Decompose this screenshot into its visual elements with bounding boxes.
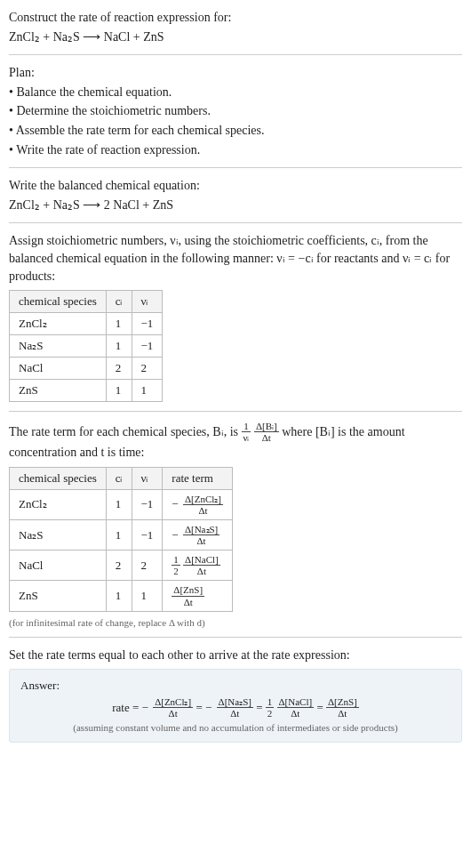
table-row: ZnS 1 1 Δ[ZnS] Δt — [10, 581, 233, 611]
frac-den: Δt — [217, 708, 253, 719]
plan-item: • Determine the stoichiometric numbers. — [9, 102, 462, 120]
term-frac: Δ[ZnS] Δt — [326, 696, 359, 719]
table-row: ZnS 1 1 — [10, 380, 163, 402]
frac-num: Δ[NaCl] — [277, 696, 315, 708]
cell-rate-term: − Δ[ZnCl₂] Δt — [163, 489, 233, 519]
term-scalar: 1 2 — [266, 696, 275, 719]
frac-den: 2 — [266, 708, 275, 719]
frac-den: Δt — [153, 708, 193, 719]
table-row: ZnCl₂ 1 −1 — [10, 313, 163, 335]
eq-sign: = — [316, 701, 326, 714]
cell-species: NaCl — [10, 358, 107, 380]
table-header-row: chemical species cᵢ νᵢ — [10, 291, 163, 313]
frac-den: Δt — [326, 708, 359, 719]
frac-num: Δ[ZnCl₂] — [153, 696, 193, 708]
divider — [9, 54, 462, 55]
prompt-title: Construct the rate of reaction expressio… — [9, 9, 462, 27]
stoich-table: chemical species cᵢ νᵢ ZnCl₂ 1 −1 Na₂S 1… — [9, 290, 163, 402]
rate-prefix: − — [172, 528, 178, 542]
term-prefix: − — [205, 701, 212, 714]
cell-species: NaCl — [10, 551, 107, 581]
cell-ci: 2 — [106, 358, 132, 380]
cell-nui: 2 — [132, 551, 163, 581]
balanced-block: Write the balanced chemical equation: Zn… — [9, 177, 462, 213]
balanced-equation: ZnCl₂ + Na₂S ⟶ 2 NaCl + ZnS — [9, 197, 462, 214]
stoich-intro: Assign stoichiometric numbers, νᵢ, using… — [9, 232, 462, 285]
term-prefix: − — [142, 701, 148, 714]
cell-ci: 1 — [106, 520, 132, 551]
term-frac: Δ[ZnCl₂] Δt — [153, 696, 193, 719]
rate-term-table: chemical species cᵢ νᵢ rate term ZnCl₂ 1… — [9, 467, 233, 612]
divider — [9, 637, 462, 638]
eq-sign: = — [256, 701, 266, 714]
cell-ci: 1 — [106, 489, 132, 519]
table-row: ZnCl₂ 1 −1 − Δ[ZnCl₂] Δt — [10, 489, 233, 519]
rate-term-intro: The rate term for each chemical species,… — [9, 421, 462, 462]
cell-nui: 1 — [132, 581, 163, 611]
frac-den: νᵢ — [242, 432, 251, 443]
rate-intro-frac2: Δ[Bᵢ] Δt — [254, 421, 279, 443]
cell-ci: 1 — [106, 335, 132, 358]
cell-species: ZnCl₂ — [10, 489, 107, 519]
divider — [9, 222, 462, 223]
frac-den: Δt — [183, 505, 223, 516]
frac-num: Δ[ZnCl₂] — [183, 494, 223, 505]
plan-item: • Assemble the rate term for each chemic… — [9, 122, 462, 140]
frac-num: Δ[NaCl] — [183, 554, 220, 566]
cell-species: ZnS — [10, 380, 107, 402]
rate-frac: Δ[ZnCl₂] Δt — [183, 494, 223, 516]
divider — [9, 411, 462, 412]
rate-prefix: − — [172, 497, 178, 510]
frac-den: Δt — [183, 566, 220, 576]
cell-rate-term: − Δ[Na₂S] Δt — [163, 520, 233, 551]
cell-nui: −1 — [132, 489, 163, 519]
cell-ci: 1 — [106, 380, 132, 402]
answer-rate-expression: rate = − Δ[ZnCl₂] Δt = − Δ[Na₂S] Δt = 1 … — [20, 696, 451, 719]
final-heading: Set the rate terms equal to each other t… — [9, 647, 462, 664]
final-block: Set the rate terms equal to each other t… — [9, 647, 462, 664]
table-row: Na₂S 1 −1 — [10, 335, 163, 358]
answer-box: Answer: rate = − Δ[ZnCl₂] Δt = − Δ[Na₂S]… — [9, 669, 462, 743]
col-ci: cᵢ — [106, 291, 132, 313]
term-frac: Δ[NaCl] Δt — [277, 696, 315, 719]
cell-species: ZnS — [10, 581, 107, 611]
rate-eq-label: rate = — [112, 701, 139, 714]
rate-frac: Δ[ZnS] Δt — [172, 584, 204, 607]
table-row: NaCl 2 2 1 2 Δ[NaCl] Δt — [10, 551, 233, 581]
prompt-equation: ZnCl₂ + Na₂S ⟶ NaCl + ZnS — [9, 28, 462, 46]
term-frac: Δ[Na₂S] Δt — [217, 696, 253, 719]
plan-item: • Write the rate of reaction expression. — [9, 141, 462, 159]
frac-num: Δ[Na₂S] — [183, 524, 220, 535]
cell-ci: 2 — [106, 551, 132, 581]
cell-species: Na₂S — [10, 335, 107, 358]
rate-term-footnote: (for infinitesimal rate of change, repla… — [9, 617, 462, 628]
page: Construct the rate of reaction expressio… — [0, 0, 471, 755]
table-row: NaCl 2 2 — [10, 358, 163, 380]
frac-num: Δ[Bᵢ] — [254, 421, 279, 432]
table-header-row: chemical species cᵢ νᵢ rate term — [10, 467, 233, 489]
cell-rate-term: 1 2 Δ[NaCl] Δt — [163, 551, 233, 581]
balanced-heading: Write the balanced chemical equation: — [9, 177, 462, 195]
cell-rate-term: Δ[ZnS] Δt — [163, 581, 233, 611]
rate-frac: Δ[Na₂S] Δt — [183, 524, 220, 546]
col-nui: νᵢ — [132, 291, 163, 313]
plan-block: Plan: • Balance the chemical equation. •… — [9, 64, 462, 158]
rate-intro-frac1: 1 νᵢ — [242, 421, 251, 443]
frac-num: Δ[Na₂S] — [217, 696, 253, 708]
plan-heading: Plan: — [9, 64, 462, 82]
col-rate-term: rate term — [163, 467, 233, 489]
divider — [9, 167, 462, 168]
cell-nui: −1 — [132, 313, 163, 335]
col-species: chemical species — [10, 291, 107, 313]
frac-den: 2 — [172, 566, 180, 576]
frac-den: Δt — [183, 535, 220, 546]
frac-den: Δt — [277, 708, 315, 719]
frac-num: 1 — [266, 696, 275, 708]
rate-scalar: 1 2 — [172, 554, 180, 576]
cell-ci: 1 — [106, 313, 132, 335]
rate-intro-pre: The rate term for each chemical species,… — [9, 425, 238, 438]
frac-num: Δ[ZnS] — [326, 696, 359, 708]
cell-nui: 1 — [132, 380, 163, 402]
table-row: Na₂S 1 −1 − Δ[Na₂S] Δt — [10, 520, 233, 551]
frac-num: 1 — [172, 554, 180, 566]
